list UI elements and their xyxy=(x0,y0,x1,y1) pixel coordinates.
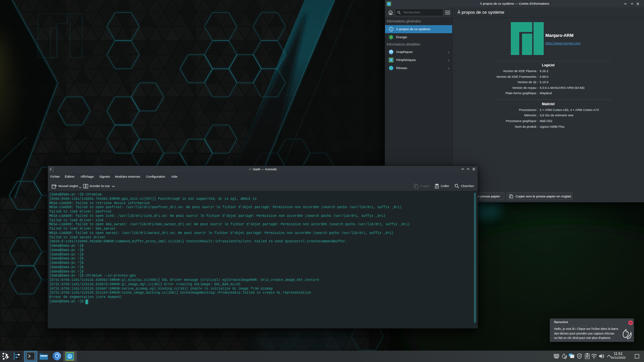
svg-text:i: i xyxy=(389,2,389,5)
